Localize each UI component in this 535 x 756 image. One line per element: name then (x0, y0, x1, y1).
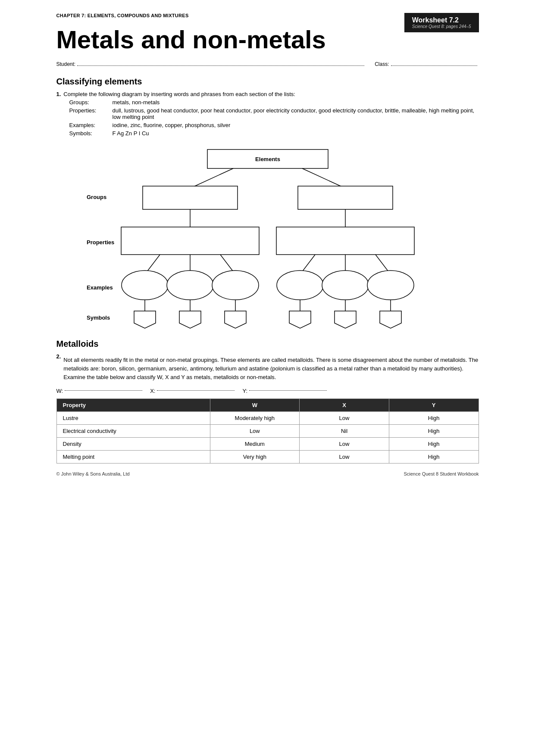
worksheet-badge-title: Worksheet 7.2 (412, 16, 459, 24)
cell-value: Low (300, 451, 389, 464)
svg-point-20 (167, 271, 213, 300)
svg-text:Elements: Elements (255, 156, 280, 162)
cell-value: High (389, 438, 479, 451)
q2-num: 2. (56, 353, 61, 382)
svg-text:Symbols: Symbols (87, 314, 110, 321)
cell-property: Melting point (56, 451, 210, 464)
svg-marker-35 (289, 311, 311, 328)
symbols-label: Symbols: (69, 130, 113, 137)
cell-value: Very high (210, 451, 300, 464)
w-label: W: (56, 388, 63, 394)
classifying-section: Classifying elements 1. Complete the fol… (56, 77, 479, 137)
svg-line-2 (190, 168, 233, 188)
symbols-content: F Ag Zn P I Cu (113, 130, 479, 137)
svg-marker-36 (335, 311, 356, 328)
cell-value: Low (210, 425, 300, 438)
metalloids-title: Metalloids (56, 339, 479, 349)
cell-value: High (389, 412, 479, 425)
wxy-line: W: X: Y: (56, 388, 479, 394)
page-footer: © John Wiley & Sons Australia, Ltd Scien… (56, 471, 479, 476)
w-dotted (65, 390, 142, 391)
groups-row: Groups: metals, non-metals (69, 99, 479, 106)
classification-diagram: Elements Groups Properties (56, 145, 479, 330)
svg-rect-10 (121, 227, 259, 255)
examples-label: Examples: (69, 122, 113, 128)
worksheet-badge-sub: Science Quest 8: pages 244–5 (412, 24, 471, 29)
svg-rect-11 (276, 227, 414, 255)
col-property: Property (56, 399, 210, 412)
y-label: Y: (242, 388, 247, 394)
properties-row: Properties: dull, lustrous, good heat co… (69, 107, 479, 120)
footer-right: Science Quest 8 Student Workbook (404, 471, 479, 476)
class-dotted (391, 65, 477, 66)
cell-value: High (389, 425, 479, 438)
student-dotted (77, 65, 364, 66)
groups-label: Groups: (69, 99, 113, 106)
y-dotted (249, 390, 327, 391)
examples-row: Examples: iodine, zinc, fluorine, copper… (69, 122, 479, 128)
student-class-line: Student: Class: (56, 61, 479, 67)
svg-marker-37 (380, 311, 401, 328)
cell-value: Medium (210, 438, 300, 451)
q1-text: Complete the following diagram by insert… (63, 91, 295, 97)
svg-point-22 (277, 271, 323, 300)
cell-value: Nil (300, 425, 389, 438)
x-dotted (157, 390, 235, 391)
cell-value: Low (300, 412, 389, 425)
cell-value: Moderately high (210, 412, 300, 425)
svg-line-3 (302, 168, 345, 188)
svg-rect-6 (298, 186, 393, 209)
q1-num: 1. (56, 91, 61, 97)
worksheet-badge: Worksheet 7.2 Science Quest 8: pages 244… (404, 13, 479, 32)
metalloids-section: Metalloids 2. Not all elements readily f… (56, 339, 479, 464)
properties-label: Properties: (69, 107, 113, 120)
properties-content: dull, lustrous, good heat conductor, poo… (113, 107, 479, 120)
classifying-title: Classifying elements (56, 77, 479, 87)
col-x: X (300, 399, 389, 412)
cell-value: Low (300, 438, 389, 451)
svg-point-23 (322, 271, 369, 300)
svg-point-21 (212, 271, 259, 300)
x-label: X: (150, 388, 155, 394)
cell-property: Electrical conductivity (56, 425, 210, 438)
svg-rect-5 (143, 186, 238, 209)
student-label: Student: (56, 61, 76, 67)
svg-text:Examples: Examples (87, 284, 113, 291)
footer-left: © John Wiley & Sons Australia, Ltd (56, 471, 130, 476)
col-w: W (210, 399, 300, 412)
table-row: LustreModerately highLowHigh (56, 412, 479, 425)
cell-property: Density (56, 438, 210, 451)
q2-text: Not all elements readily fit in the meta… (63, 356, 479, 382)
svg-text:Properties: Properties (87, 239, 114, 246)
svg-marker-34 (225, 311, 246, 328)
symbols-row: Symbols: F Ag Zn P I Cu (69, 130, 479, 137)
metalloids-table: Property W X Y LustreModerately highLowH… (56, 398, 479, 464)
svg-point-24 (367, 271, 414, 300)
table-row: Electrical conductivityLowNilHigh (56, 425, 479, 438)
table-row: DensityMediumLowHigh (56, 438, 479, 451)
col-y: Y (389, 399, 479, 412)
svg-text:Groups: Groups (87, 194, 106, 200)
svg-marker-33 (179, 311, 201, 328)
cell-value: High (389, 451, 479, 464)
cell-property: Lustre (56, 412, 210, 425)
svg-marker-32 (134, 311, 156, 328)
class-label: Class: (375, 61, 389, 67)
svg-point-19 (122, 271, 168, 300)
table-row: Melting pointVery highLowHigh (56, 451, 479, 464)
examples-content: iodine, zinc, fluorine, copper, phosphor… (113, 122, 479, 128)
groups-content: metals, non-metals (113, 99, 479, 106)
